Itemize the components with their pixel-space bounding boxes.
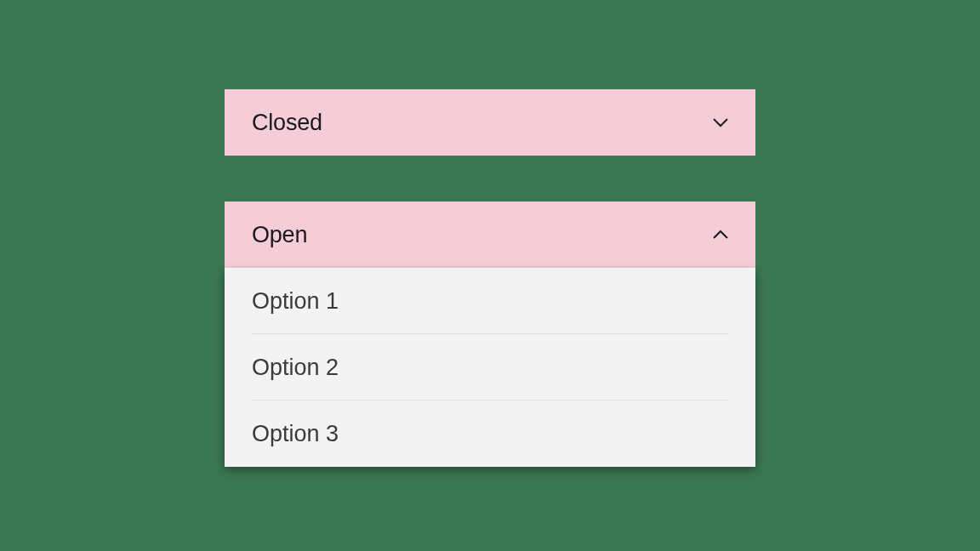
dropdown-option[interactable]: Option 2 [225, 334, 755, 400]
dropdown-option[interactable]: Option 3 [225, 400, 755, 467]
dropdown-option-label: Option 1 [252, 288, 339, 315]
chevron-up-icon [709, 224, 732, 246]
dropdown-option-label: Option 3 [252, 421, 339, 447]
dropdown-open-header[interactable]: Open [225, 202, 755, 268]
dropdown-open-label: Open [252, 222, 307, 248]
dropdown-closed-header[interactable]: Closed [225, 89, 755, 156]
dropdown-open: Open Option 1 Option 2 Option 3 [225, 202, 755, 467]
dropdown-closed-label: Closed [252, 110, 322, 136]
dropdown-closed: Closed [225, 89, 755, 156]
chevron-down-icon [709, 111, 732, 133]
dropdown-option-label: Option 2 [252, 355, 339, 381]
dropdown-menu: Option 1 Option 2 Option 3 [225, 268, 755, 467]
dropdown-option[interactable]: Option 1 [225, 268, 755, 334]
